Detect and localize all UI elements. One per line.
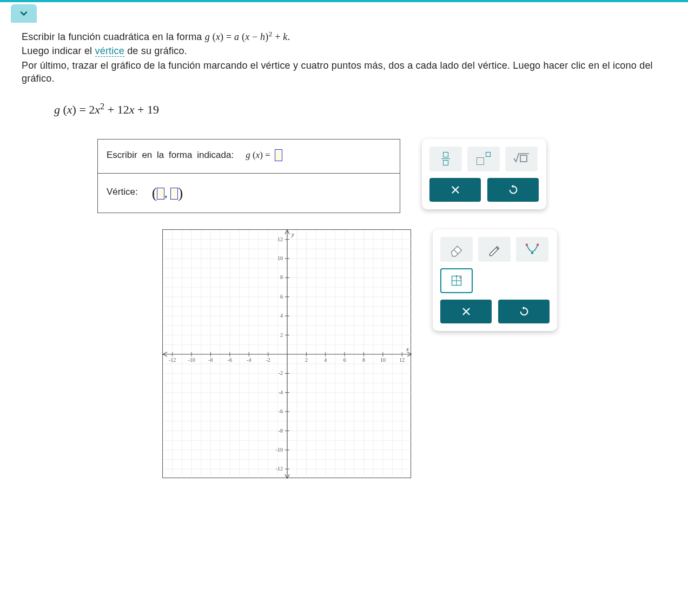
expand-button[interactable] <box>11 4 37 23</box>
graph-tool-panel: x <box>433 229 557 331</box>
gx-prefix: g (x) = <box>246 150 270 161</box>
graph-clear-button[interactable] <box>440 300 492 323</box>
question-prompt: Escribir la función cuadrática en la for… <box>22 29 666 85</box>
svg-text:-12: -12 <box>169 357 176 363</box>
svg-text:8: 8 <box>362 357 365 363</box>
prompt-text: Escribir la función cuadrática en la for… <box>22 31 205 42</box>
svg-text:6: 6 <box>280 293 283 299</box>
parabola-tool[interactable] <box>516 237 548 262</box>
svg-text:y: y <box>291 231 294 237</box>
svg-text:10: 10 <box>380 357 386 363</box>
given-function: g (x) = 2x2 + 12x + 19 <box>54 101 666 117</box>
svg-text:2: 2 <box>280 332 283 337</box>
vertex-form-input[interactable] <box>275 149 282 161</box>
svg-text:10: 10 <box>277 255 283 261</box>
vertex-x-input[interactable] <box>157 188 164 200</box>
undo-icon <box>507 184 519 196</box>
svg-text:4: 4 <box>280 313 283 319</box>
svg-text:-4: -4 <box>247 357 251 363</box>
svg-text:2: 2 <box>305 357 308 363</box>
math-tool-panel <box>422 139 546 209</box>
sqrt-tool[interactable] <box>505 147 538 171</box>
close-icon <box>460 306 472 317</box>
graph-canvas: -12-10-8-6-4-224681012-12-10-8-6-4-22468… <box>163 230 412 479</box>
vertex-glossary-link[interactable]: vértice <box>95 45 124 57</box>
svg-text:8: 8 <box>280 274 283 280</box>
answer-input-box: Escribir en la forma indicada: g (x) = V… <box>97 139 400 213</box>
undo-icon <box>518 306 530 317</box>
graph-undo-button[interactable] <box>498 300 550 323</box>
prompt-text: de su gráfico. <box>127 45 187 56</box>
vertex-y-input[interactable] <box>170 188 178 200</box>
svg-text:-2: -2 <box>279 370 283 376</box>
svg-text:12: 12 <box>399 357 405 363</box>
pencil-icon <box>485 240 504 259</box>
svg-text:-8: -8 <box>279 427 283 433</box>
clear-button[interactable] <box>429 178 481 202</box>
top-accent-bar <box>0 0 688 2</box>
svg-text:-4: -4 <box>279 389 283 395</box>
eraser-icon <box>447 240 466 259</box>
sqrt-icon <box>512 148 531 169</box>
close-icon <box>449 184 461 196</box>
pencil-tool[interactable] <box>478 237 511 262</box>
svg-text:4: 4 <box>324 357 327 363</box>
svg-text:-8: -8 <box>208 357 213 363</box>
svg-rect-0 <box>520 155 527 162</box>
eraser-tool[interactable] <box>440 237 473 262</box>
prompt-text: Por último, trazar el gráfico de la func… <box>22 59 666 85</box>
grid-icon: x <box>447 271 466 290</box>
svg-text:x: x <box>460 275 462 278</box>
fit-graph-tool[interactable]: x <box>440 268 473 293</box>
fraction-icon <box>441 152 450 166</box>
vertex-input-group: (, ) <box>152 183 183 201</box>
svg-text:x: x <box>406 346 409 352</box>
svg-text:-2: -2 <box>266 357 270 363</box>
write-form-label: Escribir en la forma indicada: <box>107 150 234 161</box>
svg-text:-6: -6 <box>228 357 232 363</box>
chevron-down-icon <box>18 8 29 19</box>
svg-text:-6: -6 <box>279 408 283 414</box>
prompt-text: Luego indicar el <box>22 45 95 56</box>
fraction-tool[interactable] <box>429 147 462 171</box>
coordinate-graph[interactable]: -12-10-8-6-4-224681012-12-10-8-6-4-22468… <box>162 229 411 478</box>
svg-text:-10: -10 <box>276 446 283 452</box>
vertex-form-formula: g (x) = a (x − h)2 + k. <box>205 31 290 42</box>
undo-button[interactable] <box>487 178 539 202</box>
svg-text:-12: -12 <box>276 466 283 472</box>
svg-text:12: 12 <box>277 236 283 242</box>
exponent-tool[interactable] <box>467 147 500 171</box>
vertex-label: Vértice: <box>107 187 138 197</box>
svg-text:6: 6 <box>343 357 346 363</box>
svg-point-111 <box>531 251 533 254</box>
svg-text:-10: -10 <box>188 357 195 363</box>
curve-icon <box>523 240 541 259</box>
exponent-icon <box>475 152 492 166</box>
